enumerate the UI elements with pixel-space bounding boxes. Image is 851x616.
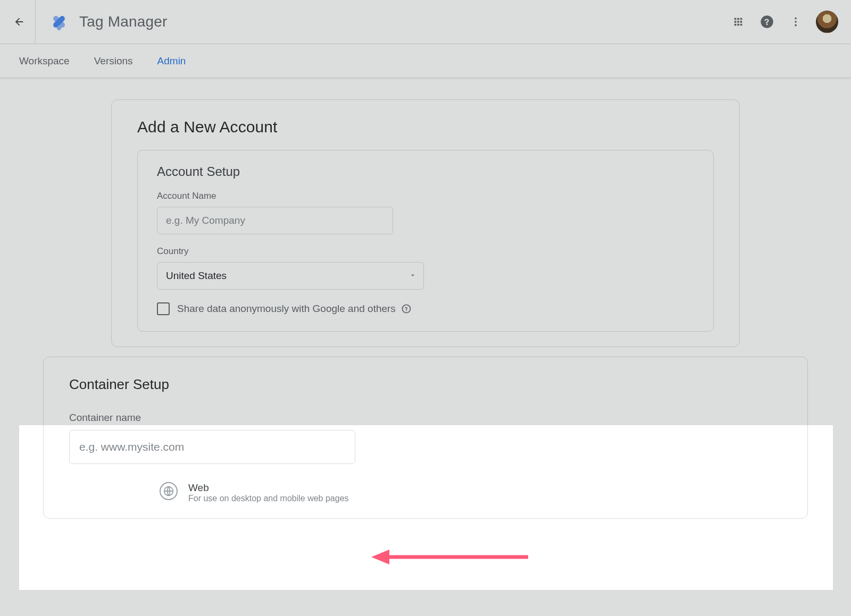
tab-workspace[interactable]: Workspace xyxy=(19,55,70,67)
account-name-input[interactable] xyxy=(157,207,393,234)
share-data-label: Share data anonymously with Google and o… xyxy=(177,303,396,315)
vertical-divider xyxy=(35,0,36,44)
more-vert-icon xyxy=(790,16,802,28)
country-select-value: United States xyxy=(166,270,227,282)
help-button[interactable] xyxy=(754,9,780,35)
tab-versions[interactable]: Versions xyxy=(94,55,133,67)
primary-tabs: Workspace Versions Admin xyxy=(0,44,851,78)
globe-icon xyxy=(160,482,178,500)
container-name-input[interactable] xyxy=(69,430,355,464)
chevron-down-icon xyxy=(409,270,416,282)
account-name-label: Account Name xyxy=(157,191,694,201)
platform-web-subtitle: For use on desktop and mobile web pages xyxy=(188,494,349,503)
platform-web-title: Web xyxy=(188,482,349,494)
svg-point-6 xyxy=(795,24,797,27)
share-data-help-icon[interactable] xyxy=(401,303,412,314)
help-icon xyxy=(760,14,774,29)
apps-grid-icon xyxy=(732,16,744,28)
account-setup-title: Account Setup xyxy=(157,164,694,179)
apps-button[interactable] xyxy=(725,9,751,35)
app-title: Tag Manager xyxy=(79,13,168,30)
page-title: Add a New Account xyxy=(137,118,714,136)
app-bar: Tag Manager xyxy=(0,0,851,44)
back-button[interactable] xyxy=(13,15,26,28)
account-avatar[interactable] xyxy=(816,11,838,33)
container-setup-title: Container Setup xyxy=(69,376,782,393)
add-account-card: Add a New Account Account Setup Account … xyxy=(111,99,740,347)
container-name-label: Container name xyxy=(69,412,782,424)
container-setup-card: Container Setup Container name Web For u… xyxy=(43,357,808,519)
more-button[interactable] xyxy=(783,9,808,35)
tag-manager-logo-icon xyxy=(48,11,70,32)
arrow-back-icon xyxy=(13,16,25,28)
account-setup-panel: Account Setup Account Name Country Unite… xyxy=(137,150,714,332)
tab-admin[interactable]: Admin xyxy=(157,55,186,67)
svg-point-4 xyxy=(795,18,797,20)
page-body: Add a New Account Account Setup Account … xyxy=(0,78,851,616)
platform-option-web[interactable]: Web For use on desktop and mobile web pa… xyxy=(160,482,782,503)
country-select[interactable]: United States xyxy=(157,262,424,290)
country-label: Country xyxy=(157,246,694,257)
svg-point-5 xyxy=(795,21,797,23)
share-data-checkbox[interactable] xyxy=(157,302,170,315)
